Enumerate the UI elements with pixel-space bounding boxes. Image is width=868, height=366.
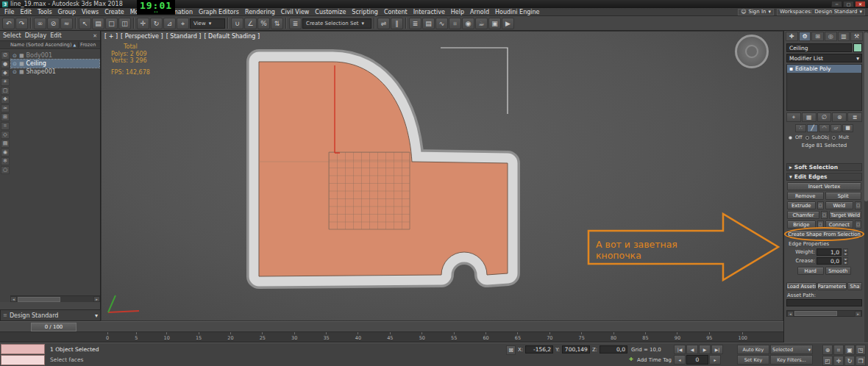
viewport-label-segment[interactable]: [ Default Shading ] xyxy=(204,33,260,40)
crease-spinner[interactable]: ▴ ▾ xyxy=(843,257,848,265)
time-slider-handle[interactable]: 0 / 100 xyxy=(31,323,77,331)
previous-key-button[interactable]: ◂ xyxy=(674,355,686,365)
extrude-button[interactable]: Extrude xyxy=(787,201,816,209)
zoom-extents-icon[interactable]: ▣ xyxy=(844,345,855,355)
display-cameras-icon[interactable]: ▢ xyxy=(1,87,10,95)
modifier-stack[interactable]: ▪ Editable Poly xyxy=(786,64,862,111)
display-tab[interactable]: ▥ xyxy=(838,32,850,41)
polygon-mode-icon[interactable]: ▱ xyxy=(830,124,842,132)
menu-item[interactable]: Group xyxy=(55,9,79,15)
vertex-mode-icon[interactable]: ∴ xyxy=(795,124,806,132)
weight-field[interactable]: 1,0 xyxy=(817,248,842,256)
menu-item[interactable]: Views xyxy=(79,9,102,15)
scrollbar-thumb[interactable] xyxy=(794,311,837,316)
scroll-left-icon[interactable]: ◂ xyxy=(787,311,794,317)
set-key-button[interactable]: Set Key xyxy=(737,355,769,365)
create-tab[interactable]: ✚ xyxy=(786,32,798,41)
scrollbar-thumb[interactable] xyxy=(864,32,868,201)
menu-item[interactable]: Rendering xyxy=(242,9,278,15)
x-coordinate-field[interactable]: -156,2 xyxy=(525,345,553,354)
asset-path-field[interactable] xyxy=(786,299,862,306)
maxscript-macro-recorder[interactable] xyxy=(1,344,45,354)
frozen-column-header[interactable]: Frozen xyxy=(78,42,100,48)
menu-item[interactable]: Customize xyxy=(312,9,349,15)
display-groups-icon[interactable]: ⊞ xyxy=(1,113,10,121)
weld-button[interactable]: Weld xyxy=(825,201,854,209)
menu-item[interactable]: Graph Editors xyxy=(196,9,242,15)
viewport-label-segment[interactable]: [ + ] xyxy=(104,33,118,40)
panel-vertical-scrollbar[interactable] xyxy=(864,31,868,342)
load-assets-button[interactable]: Load Assets xyxy=(786,282,817,290)
motion-tab[interactable]: ◎ xyxy=(825,32,837,41)
close-icon[interactable]: ✕ xyxy=(93,33,97,39)
remove-button[interactable]: Remove xyxy=(787,192,824,200)
bridge-button[interactable]: Bridge xyxy=(787,220,816,229)
scroll-left-icon[interactable]: ◂ xyxy=(10,296,17,302)
visibility-icon[interactable]: ⊙ xyxy=(13,69,17,75)
viewport-model-canvas[interactable] xyxy=(101,31,783,321)
visibility-icon[interactable]: ⊙ xyxy=(13,53,17,59)
mirror-icon[interactable]: ⇌ xyxy=(377,18,390,29)
preview-off-radio[interactable] xyxy=(789,136,792,140)
display-frozen-icon[interactable]: ❄ xyxy=(1,157,10,165)
make-unique-icon[interactable]: ∅ xyxy=(817,112,832,122)
zoom-extents-all-icon[interactable]: ◳ xyxy=(855,345,866,355)
target-weld-button[interactable]: Target Weld xyxy=(829,211,861,219)
shape001-spline[interactable] xyxy=(441,48,508,114)
select-and-place-icon[interactable]: ⌖ xyxy=(177,18,189,29)
orbit-icon[interactable]: ↻ xyxy=(844,356,855,366)
display-spacewarps-icon[interactable]: ≈ xyxy=(1,104,10,112)
explorer-horizontal-scrollbar[interactable]: ◂ ▸ xyxy=(10,295,100,302)
material-editor-icon[interactable]: ◉ xyxy=(462,18,474,29)
viewcube[interactable] xyxy=(735,35,769,68)
name-column-header[interactable]: Name (Sorted Ascending) ▲ xyxy=(0,42,78,48)
unlink-selection-icon[interactable]: ⊘ xyxy=(47,18,60,29)
show-end-result-icon[interactable]: ▦ xyxy=(802,112,817,122)
hierarchy-tab[interactable]: ⊞ xyxy=(811,32,824,41)
play-button[interactable]: ▶ xyxy=(699,345,711,354)
key-filters-button[interactable]: Key Filters... xyxy=(770,355,813,365)
extrude-settings-icon[interactable]: □ xyxy=(817,201,824,209)
auto-key-button[interactable]: Auto Key xyxy=(737,345,769,354)
workspace-toolbar[interactable]: ≡ Design Standard ▾ xyxy=(0,309,101,321)
edit-edges-rollout[interactable]: ▾ Edit Edges xyxy=(786,173,862,181)
maximize-viewport-icon[interactable]: ❒ xyxy=(855,356,866,366)
zoom-all-icon[interactable]: ⌗ xyxy=(833,345,844,355)
display-containers-icon[interactable]: ▤ xyxy=(1,140,10,148)
explorer-menu-select[interactable]: Select xyxy=(3,32,21,39)
border-mode-icon[interactable]: ◠ xyxy=(819,124,830,132)
track-bar[interactable]: 0510152025303540455055606570758085909510… xyxy=(0,332,783,342)
edge-mode-icon[interactable]: ╱ xyxy=(807,124,818,132)
edit-named-selection-sets-icon[interactable]: ≣ xyxy=(289,18,302,29)
minimize-button[interactable]: ─ xyxy=(831,1,842,7)
display-bones-icon[interactable]: ◇ xyxy=(1,131,10,139)
display-hidden-icon[interactable]: ○ xyxy=(1,166,10,174)
layer-explorer-icon[interactable]: ≣ xyxy=(409,18,421,29)
named-selection-set-dropdown[interactable]: Create Selection Set ▾ xyxy=(302,18,371,29)
utilities-tab[interactable]: ⚒ xyxy=(850,32,863,41)
display-shapes-icon[interactable]: ◆ xyxy=(1,69,10,77)
bridge-settings-icon[interactable]: □ xyxy=(817,220,824,229)
undo-icon[interactable]: ↶ xyxy=(2,18,15,29)
close-button[interactable]: ✕ xyxy=(855,1,866,7)
angle-snap-icon[interactable]: ∠ xyxy=(244,18,257,29)
next-key-button[interactable]: ▸ xyxy=(709,355,721,365)
spin-down-icon[interactable]: ▾ xyxy=(843,252,848,256)
zoom-icon[interactable]: ⊕ xyxy=(822,345,833,355)
smooth-button[interactable]: Smooth xyxy=(825,267,852,275)
explorer-menu-edit[interactable]: Edit xyxy=(50,32,62,39)
previous-frame-button[interactable]: ◀ xyxy=(686,345,698,354)
weld-settings-icon[interactable]: □ xyxy=(855,201,861,209)
select-object-icon[interactable]: ↖ xyxy=(79,18,91,29)
menu-item[interactable]: File xyxy=(1,9,17,15)
maximize-button[interactable]: ▢ xyxy=(843,1,854,7)
selection-lock-icon[interactable]: ⊠ xyxy=(506,345,516,355)
frame-ruler[interactable]: 0510152025303540455055606570758085909510… xyxy=(106,332,747,342)
preview-mult-radio[interactable] xyxy=(832,136,836,140)
menu-item[interactable]: Houdini Engine xyxy=(492,9,543,15)
go-to-start-button[interactable]: |◀ xyxy=(674,345,686,354)
selection-region-icon[interactable]: □ xyxy=(105,18,118,29)
tree-row-body001[interactable]: ⊙ ▦ Body001 xyxy=(11,51,99,60)
panel-horizontal-scrollbar[interactable]: ◂ ▸ xyxy=(786,310,862,317)
share-tab[interactable]: Sha xyxy=(847,282,862,290)
